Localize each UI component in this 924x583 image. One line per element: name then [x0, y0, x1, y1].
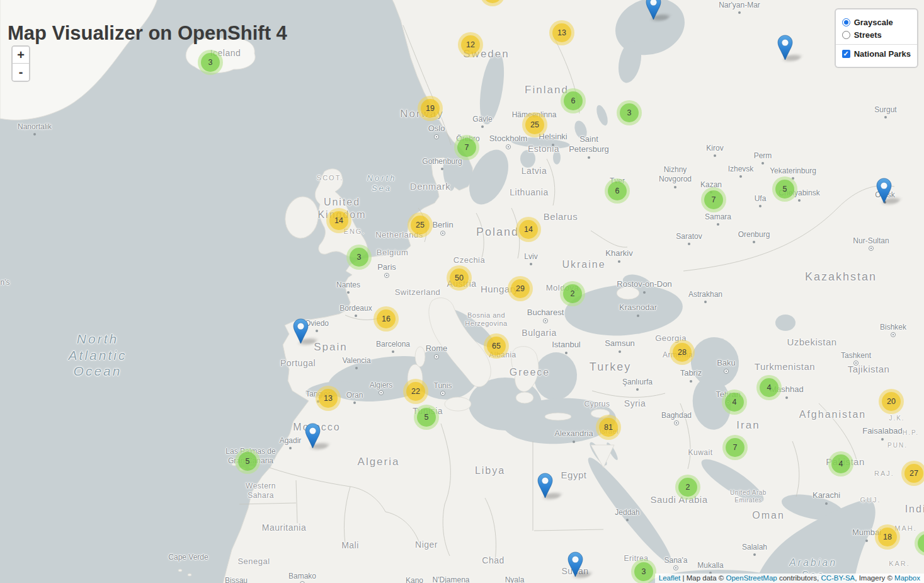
marker-cluster-5[interactable]: 5 — [235, 449, 260, 474]
zoom-out-button[interactable]: - — [13, 64, 29, 81]
marker-cluster-29[interactable]: 29 — [508, 276, 533, 301]
cluster-count: 19 — [421, 99, 440, 118]
marker-cluster-81[interactable]: 81 — [596, 415, 621, 440]
marker-cluster-18[interactable]: 18 — [875, 524, 900, 550]
marker-cluster-14[interactable]: 14 — [326, 208, 351, 233]
map-pin-icon[interactable] — [876, 178, 892, 204]
capital-marker-icon — [543, 318, 548, 323]
layer-option-national-parks[interactable]: ✓ National Parks — [842, 49, 911, 59]
layer-option-streets[interactable]: Streets — [842, 30, 911, 40]
city-dot-icon — [588, 156, 590, 159]
layer-option-label: Streets — [854, 30, 882, 40]
cluster-count: 4 — [760, 378, 779, 397]
marker-cluster-12[interactable]: 12 — [458, 32, 483, 57]
marker-cluster-3[interactable]: 3 — [346, 245, 372, 270]
marker-cluster-14[interactable]: 14 — [516, 217, 541, 242]
map-label-iran: Iran — [736, 419, 760, 432]
city-dot-icon — [619, 350, 621, 353]
map-pin-icon[interactable] — [568, 551, 583, 577]
city-dot-icon — [637, 315, 639, 317]
map-label-n-s: n's — [1, 278, 10, 287]
map-label-izhevsk: Izhevsk — [728, 165, 754, 174]
marker-cluster-25[interactable]: 25 — [408, 212, 433, 238]
cluster-count: 14 — [329, 211, 348, 230]
marker-cluster-3[interactable]: 3 — [617, 100, 642, 125]
marker-cluster-3[interactable]: 3 — [631, 559, 656, 583]
map-label-kuwait: Kuwait — [688, 448, 712, 458]
radio-unchecked-icon[interactable] — [842, 31, 850, 39]
checkbox-checked-icon[interactable]: ✓ — [842, 50, 850, 58]
map-label-sana-a: Sana'a — [664, 556, 688, 565]
map-label-astrakhan: Astrakhan — [688, 290, 722, 299]
marker-cluster-4[interactable]: 4 — [756, 375, 782, 400]
attribution-link[interactable]: OpenStreetMap — [726, 574, 777, 582]
map-pin-icon[interactable] — [646, 0, 661, 20]
marker-cluster-22[interactable]: 22 — [403, 379, 428, 404]
map-label-g-vle: Gävle — [472, 115, 492, 124]
cluster-count: 25 — [525, 115, 544, 134]
capital-marker-icon — [440, 391, 445, 396]
attribution-link[interactable]: Mapbox — [894, 574, 920, 582]
marker-cluster-edge[interactable] — [480, 0, 505, 6]
marker-cluster-7[interactable]: 7 — [722, 435, 748, 460]
map-label-afghanistan: Afghanistan — [799, 408, 867, 421]
marker-cluster-16[interactable]: 16 — [374, 306, 399, 332]
marker-cluster-2[interactable]: 2 — [560, 281, 585, 306]
marker-cluster-19[interactable]: 19 — [418, 96, 443, 121]
map-label-lviv: Lviv — [524, 252, 537, 262]
marker-cluster-7[interactable]: 7 — [454, 135, 479, 160]
map-label-krasnodar: Krasnodar — [619, 303, 657, 313]
map-pin-icon[interactable] — [777, 35, 793, 61]
map-label-anl-urfa: Şanlıurfa — [622, 378, 653, 387]
marker-cluster-5[interactable]: 5 — [414, 405, 439, 430]
map-label-belgium: Belgium — [377, 248, 408, 258]
marker-cluster-3[interactable]: 3 — [198, 50, 223, 75]
marker-cluster-25[interactable]: 25 — [522, 112, 547, 137]
radio-checked-icon[interactable] — [842, 18, 850, 26]
marker-cluster-6[interactable]: 6 — [605, 178, 630, 204]
map-label-saratov: Saratov — [676, 232, 702, 241]
marker-cluster-28[interactable]: 28 — [670, 340, 695, 365]
map-label-chad: Chad — [482, 555, 504, 566]
city-dot-icon — [626, 519, 629, 521]
marker-cluster-4[interactable]: 4 — [722, 390, 747, 415]
city-dot-icon — [481, 125, 484, 128]
marker-cluster-27[interactable]: 27 — [901, 461, 924, 486]
layer-option-grayscale[interactable]: Grayscale — [842, 18, 911, 27]
marker-cluster-13[interactable]: 13 — [549, 20, 574, 45]
map-label-h-p: H.P. — [903, 429, 919, 437]
map-label-ufa: Ufa — [755, 194, 767, 204]
marker-cluster-2[interactable]: 2 — [675, 475, 700, 500]
capital-marker-icon — [506, 144, 511, 149]
map-label-bissau: Bissau — [225, 576, 248, 583]
city-dot-icon — [353, 401, 356, 404]
layer-control: Grayscale Streets ✓ National Parks — [835, 8, 918, 68]
city-dot-icon — [441, 168, 443, 170]
marker-cluster-20[interactable]: 20 — [879, 389, 904, 414]
marker-cluster-13[interactable]: 13 — [316, 386, 341, 411]
map-pin-icon[interactable] — [305, 423, 321, 449]
map-label-bosnia-and-herzegovina: Bosnia and Herzegovina — [465, 311, 507, 328]
marker-cluster-4[interactable]: 4 — [828, 451, 853, 476]
marker-cluster-7[interactable]: 7 — [701, 187, 726, 212]
cluster-count: 5 — [775, 180, 794, 199]
zoom-in-button[interactable]: + — [13, 47, 29, 64]
map-label-latvia: Latvia — [522, 166, 547, 176]
map-pin-icon[interactable] — [537, 473, 553, 499]
city-dot-icon — [565, 352, 568, 354]
marker-cluster-65[interactable]: 65 — [484, 333, 509, 359]
cluster-count: 6 — [608, 182, 627, 200]
map-pin-icon[interactable] — [293, 318, 309, 344]
map-label-valencia: Valencia — [342, 356, 370, 366]
marker-cluster-edge[interactable] — [915, 531, 924, 556]
attribution-link[interactable]: Leaflet — [659, 574, 681, 582]
marker-cluster-6[interactable]: 6 — [561, 88, 586, 113]
city-dot-icon — [785, 396, 788, 399]
attribution-link[interactable]: CC-BY-SA — [821, 574, 855, 582]
map-label-baku: Baku — [717, 358, 736, 368]
map-label-karachi: Karachi — [813, 490, 840, 500]
marker-cluster-5[interactable]: 5 — [772, 176, 797, 202]
marker-cluster-50[interactable]: 50 — [447, 265, 472, 291]
cluster-count: 13 — [319, 389, 338, 408]
map-label-j-k: J.K. — [889, 415, 904, 422]
